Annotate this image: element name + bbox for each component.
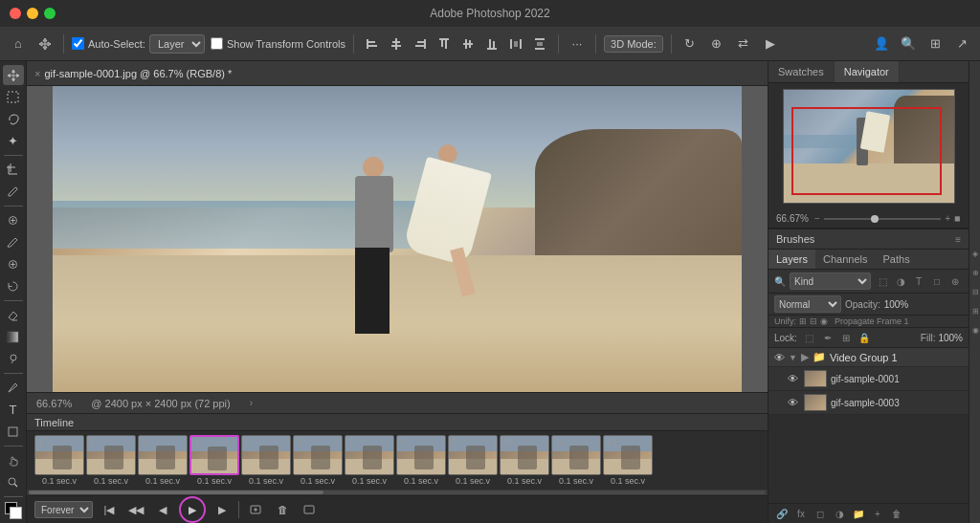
transform-3d-icon[interactable]: ⊕ bbox=[706, 33, 727, 54]
more-options-icon[interactable]: ··· bbox=[567, 33, 588, 54]
brushes-options-icon[interactable]: ≡ bbox=[955, 234, 961, 245]
next-frame-button[interactable]: ▶ bbox=[212, 499, 233, 520]
background-color[interactable] bbox=[10, 507, 22, 519]
video-group-header[interactable]: 👁 ▼ ▶ 📁 Video Group 1 bbox=[768, 348, 969, 367]
delete-layer-icon[interactable]: 🗑 bbox=[889, 506, 904, 521]
frame-duration-5[interactable]: 0.1 sec.v bbox=[249, 476, 283, 486]
user-icon[interactable]: 👤 bbox=[871, 33, 892, 54]
lasso-tool[interactable] bbox=[3, 109, 24, 129]
healing-tool[interactable] bbox=[3, 210, 24, 230]
distribute-h-icon[interactable] bbox=[505, 33, 526, 54]
frame-duration-4[interactable]: 0.1 sec.v bbox=[197, 476, 232, 486]
move-tool[interactable] bbox=[3, 65, 24, 85]
type-filter-icon[interactable]: T bbox=[911, 273, 926, 289]
history-tool[interactable] bbox=[3, 276, 24, 296]
share-icon[interactable]: ↗ bbox=[951, 33, 972, 54]
arrange-icon[interactable]: ⇄ bbox=[733, 33, 754, 54]
unify-style-icon[interactable]: ⊟ bbox=[810, 316, 817, 326]
shape-filter-icon[interactable]: □ bbox=[929, 273, 945, 289]
frame-duration-7[interactable]: 0.1 sec.v bbox=[352, 476, 387, 486]
frame-item-4[interactable]: 40.1 sec.v bbox=[189, 435, 239, 486]
frame-duration-2[interactable]: 0.1 sec.v bbox=[94, 476, 128, 486]
play-button[interactable]: ▶ bbox=[179, 496, 206, 523]
zoom-in-icon[interactable]: + bbox=[945, 213, 950, 224]
frame-duration-9[interactable]: 0.1 sec.v bbox=[456, 476, 490, 486]
unify-visibility-icon[interactable]: ◉ bbox=[820, 316, 828, 326]
layers-tab[interactable]: Layers bbox=[768, 250, 815, 269]
add-frame-button[interactable] bbox=[245, 499, 266, 520]
video-icon[interactable]: ▶ bbox=[760, 33, 781, 54]
dodge-tool[interactable] bbox=[3, 349, 24, 369]
align-center-v-icon[interactable] bbox=[457, 33, 479, 54]
link-layers-icon[interactable]: 🔗 bbox=[774, 506, 790, 521]
frame-item-8[interactable]: 80.1 sec.v bbox=[396, 435, 446, 486]
unify-position-icon[interactable]: ⊞ bbox=[799, 316, 807, 326]
panel-icon-3[interactable]: ⊟ bbox=[969, 287, 980, 298]
3d-mode-label[interactable]: 3D Mode: bbox=[604, 35, 663, 53]
frame-item-5[interactable]: 50.1 sec.v bbox=[241, 435, 291, 486]
layer-item-1[interactable]: 👁gif-sample-0003 bbox=[768, 391, 969, 415]
new-layer-icon[interactable]: + bbox=[870, 506, 885, 521]
layer-kind-filter[interactable]: Kind bbox=[790, 272, 871, 290]
frame-duration-6[interactable]: 0.1 sec.v bbox=[301, 476, 335, 486]
shape-tool[interactable] bbox=[3, 422, 24, 442]
panel-icon-1[interactable]: ◈ bbox=[969, 249, 980, 260]
move-tool-icon[interactable] bbox=[34, 33, 56, 54]
layer-style-icon[interactable]: fx bbox=[793, 506, 809, 521]
zoom-max-icon[interactable]: ◼ bbox=[954, 214, 961, 223]
text-tool[interactable]: T bbox=[3, 400, 24, 420]
convert-frame-button[interactable] bbox=[299, 499, 320, 520]
zoom-slider-thumb[interactable] bbox=[871, 215, 879, 223]
frame-item-6[interactable]: 60.1 sec.v bbox=[293, 435, 343, 486]
workspace-icon[interactable]: ⊞ bbox=[924, 33, 946, 54]
eraser-tool[interactable] bbox=[3, 305, 24, 325]
lock-all-icon[interactable]: 🔒 bbox=[857, 330, 872, 345]
distribute-v-icon[interactable] bbox=[529, 33, 550, 54]
gradient-tool[interactable] bbox=[3, 327, 24, 347]
rewind-frame-button[interactable]: ◀ bbox=[152, 499, 173, 520]
panel-icon-2[interactable]: ⊕ bbox=[969, 268, 980, 279]
layer-eye-1[interactable]: 👁 bbox=[788, 397, 798, 408]
group-visibility-eye[interactable]: 👁 bbox=[774, 352, 785, 363]
minimize-button[interactable] bbox=[27, 8, 38, 19]
first-frame-button[interactable]: |◀ bbox=[99, 499, 120, 520]
frame-duration-11[interactable]: 0.1 sec.v bbox=[559, 476, 593, 486]
frame-item-2[interactable]: 20.1 sec.v bbox=[86, 435, 136, 486]
search-icon[interactable]: 🔍 bbox=[898, 33, 919, 54]
zoom-out-icon[interactable]: − bbox=[814, 213, 820, 224]
smart-filter-icon[interactable]: ⊛ bbox=[947, 273, 963, 289]
lock-artboard-icon[interactable]: ⊞ bbox=[838, 330, 854, 345]
frame-duration-1[interactable]: 0.1 sec.v bbox=[42, 476, 77, 486]
align-top-icon[interactable] bbox=[434, 33, 455, 54]
frame-item-1[interactable]: 10.1 sec.v bbox=[34, 435, 84, 486]
frame-item-7[interactable]: 70.1 sec.v bbox=[345, 435, 394, 486]
home-icon[interactable]: ⌂ bbox=[8, 33, 29, 54]
rotate-view-icon[interactable]: ↻ bbox=[679, 33, 701, 54]
frame-item-12[interactable]: 120.1 sec.v bbox=[603, 435, 653, 486]
crop-tool[interactable] bbox=[3, 160, 24, 180]
navigator-tab[interactable]: Navigator bbox=[835, 61, 900, 82]
layer-item-0[interactable]: 👁gif-sample-0001 bbox=[768, 367, 969, 391]
pixel-filter-icon[interactable]: ⬚ bbox=[875, 273, 890, 289]
frame-item-10[interactable]: 100.1 sec.v bbox=[500, 435, 549, 486]
align-bottom-icon[interactable] bbox=[481, 33, 502, 54]
align-center-h-icon[interactable] bbox=[386, 33, 407, 54]
lock-position-icon[interactable]: ✒ bbox=[820, 330, 835, 345]
hand-tool[interactable] bbox=[3, 450, 24, 470]
blend-mode-select[interactable]: Normal bbox=[774, 295, 841, 313]
close-button[interactable] bbox=[10, 8, 21, 19]
frame-item-11[interactable]: 110.1 sec.v bbox=[551, 435, 601, 486]
swatches-tab[interactable]: Swatches bbox=[768, 61, 835, 82]
frame-item-3[interactable]: 30.1 sec.v bbox=[138, 435, 188, 486]
loop-select[interactable]: Forever bbox=[34, 501, 93, 518]
add-mask-icon[interactable]: ◻ bbox=[813, 506, 828, 521]
clone-tool[interactable] bbox=[3, 254, 24, 274]
align-left-icon[interactable] bbox=[362, 33, 383, 54]
panel-collapse-strip[interactable]: ◈ ⊕ ⊟ ⊞ ◉ bbox=[969, 61, 980, 523]
magic-wand-tool[interactable]: ✦ bbox=[3, 131, 24, 151]
align-right-icon[interactable] bbox=[410, 33, 431, 54]
autoselect-dropdown[interactable]: Layer bbox=[149, 34, 205, 54]
brush-tool[interactable] bbox=[3, 232, 24, 252]
group-layers-icon[interactable]: 📁 bbox=[851, 506, 866, 521]
color-picker[interactable] bbox=[3, 501, 24, 519]
